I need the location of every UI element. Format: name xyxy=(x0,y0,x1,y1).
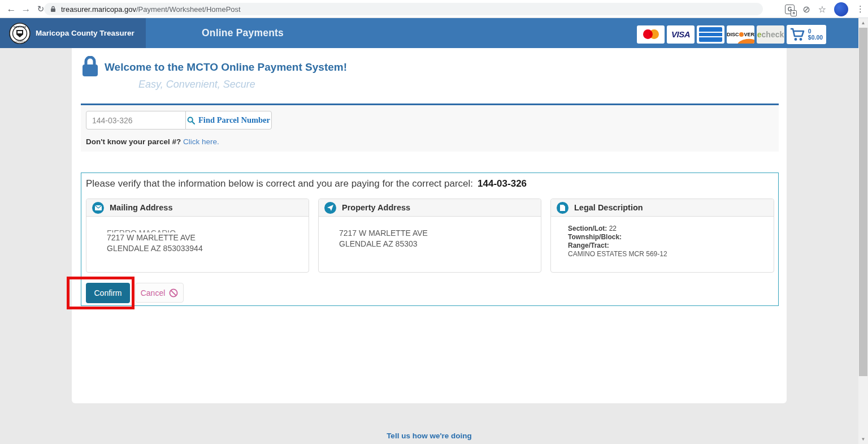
url-domain: treasurer.maricopa.gov xyxy=(61,5,136,14)
property-address-card: Property Address 7217 W MARLETTE AVE GLE… xyxy=(318,199,541,273)
mailing-address-title: Mailing Address xyxy=(110,203,172,212)
svg-text:MARICOPA: MARICOPA xyxy=(14,25,26,28)
profile-avatar[interactable] xyxy=(834,2,848,16)
screen: ← → ↻ treasurer.maricopa.gov/Payment/Wor… xyxy=(0,0,868,444)
send-icon xyxy=(324,202,336,214)
discover-orange-o xyxy=(739,32,744,37)
legal-section-value: 22 xyxy=(609,225,617,232)
scrollbar-thumb[interactable] xyxy=(859,28,867,376)
cancel-prohibit-icon xyxy=(169,288,178,298)
verify-heading: Please verify that the information below… xyxy=(86,178,527,189)
legal-description-text: CAMINO ESTATES MCR 569-12 xyxy=(568,250,768,258)
forward-icon[interactable]: → xyxy=(19,2,33,16)
property-address-header: Property Address xyxy=(319,199,541,217)
property-address-title: Property Address xyxy=(342,203,410,212)
mailing-address-card: Mailing Address FIERRO MACARIO 7217 W MA… xyxy=(86,199,309,273)
translate-icon[interactable]: G xyxy=(785,5,795,14)
echeck-text: echeck xyxy=(757,30,784,39)
search-icon xyxy=(187,117,195,124)
mastercard-icon xyxy=(637,25,665,44)
feedback-link[interactable]: Tell us how we're doing xyxy=(0,432,858,440)
legal-section-label: Section/Lot: xyxy=(568,225,607,232)
verify-panel: Please verify that the information below… xyxy=(81,173,779,306)
welcome-subtitle: Easy, Convenient, Secure xyxy=(138,79,255,90)
parcel-help-text: Don't know your parcel #? xyxy=(86,137,181,146)
cancel-label: Cancel xyxy=(141,288,166,298)
mastercard-orange-circle xyxy=(649,29,659,39)
welcome-title: Welcome to the MCTO Online Payment Syste… xyxy=(105,61,347,74)
echeck-e: e xyxy=(757,30,762,39)
confirm-button[interactable]: Confirm xyxy=(86,283,130,303)
find-parcel-label: Find Parcel Number xyxy=(198,115,270,125)
legal-description-title: Legal Description xyxy=(574,203,643,212)
visa-icon: VISA xyxy=(667,25,695,44)
legal-range-label: Range/Tract: xyxy=(568,242,609,249)
mailing-line1: 7217 W MARLETTE AVE xyxy=(107,232,303,243)
cancel-button[interactable]: Cancel xyxy=(135,283,184,303)
welcome-lock-icon xyxy=(82,56,98,77)
cart-button[interactable]: 0 $0.00 xyxy=(787,25,826,44)
cart-summary: 0 $0.00 xyxy=(808,28,823,41)
lock-icon xyxy=(50,6,57,12)
mailing-line2: GLENDALE AZ 853033944 xyxy=(107,243,303,254)
mailing-address-body: FIERRO MACARIO 7217 W MARLETTE AVE GLEND… xyxy=(86,217,309,254)
discover-text-right: VER xyxy=(744,32,755,37)
url-path: /Payment/Worksheet/HomePost xyxy=(136,5,241,14)
legal-township-label: Township/Block: xyxy=(568,233,622,241)
property-line1: 7217 W MARLETTE AVE xyxy=(339,228,535,239)
legal-description-body: Section/Lot: 22 Township/Block: Range/Tr… xyxy=(551,217,774,258)
echeck-icon: echeck xyxy=(757,25,784,44)
chrome-actions: G ⊘ ☆ ⋮ xyxy=(785,2,865,16)
verify-heading-text: Please verify that the information below… xyxy=(86,178,473,189)
brand-name: Maricopa County Treasurer xyxy=(36,29,134,37)
visa-text: VISA xyxy=(671,29,690,39)
mailing-name-obscured: FIERRO MACARIO xyxy=(107,228,303,232)
scrollbar-down-arrow[interactable]: ▼ xyxy=(858,435,868,443)
scrollbar-up-arrow[interactable]: ▲ xyxy=(858,19,868,27)
page-title: Online Payments xyxy=(202,18,284,48)
echeck-rest: check xyxy=(762,30,784,39)
legal-township-row: Township/Block: xyxy=(568,233,768,242)
payment-methods: VISA DISCVER echeck 0 $0.00 xyxy=(637,25,826,44)
bookmark-star-icon[interactable]: ☆ xyxy=(818,4,826,15)
parcel-help-link[interactable]: Click here. xyxy=(183,137,219,146)
county-seal-logo: MARICOPA COUNTY xyxy=(9,23,31,44)
mailing-address-header: Mailing Address xyxy=(86,199,309,217)
parcel-number-input[interactable] xyxy=(86,111,186,130)
discover-text-left: DISC xyxy=(727,32,739,37)
brand-block[interactable]: MARICOPA COUNTY Maricopa County Treasure… xyxy=(0,18,146,48)
legal-description-header: Legal Description xyxy=(551,199,774,217)
find-parcel-button[interactable]: Find Parcel Number xyxy=(185,111,272,130)
url-bar[interactable]: treasurer.maricopa.gov/Payment/Worksheet… xyxy=(44,3,763,15)
cart-count: 0 xyxy=(808,28,823,35)
property-line2: GLENDALE AZ 85303 xyxy=(339,239,535,249)
app-header: MARICOPA COUNTY Maricopa County Treasure… xyxy=(0,18,868,48)
discover-swoosh xyxy=(737,37,754,43)
parcel-search-panel: Find Parcel Number Don't know your parce… xyxy=(81,104,779,152)
discover-icon: DISCVER xyxy=(727,25,754,44)
menu-dots-icon[interactable]: ⋮ xyxy=(856,4,865,14)
url-text: treasurer.maricopa.gov/Payment/Worksheet… xyxy=(61,5,241,14)
amex-card-graphic xyxy=(699,27,722,42)
legal-section-row: Section/Lot: 22 xyxy=(568,225,768,233)
back-icon[interactable]: ← xyxy=(5,2,18,16)
discover-text: DISCVER xyxy=(727,32,754,37)
page-scrollbar[interactable]: ▲ ▼ xyxy=(858,18,868,444)
document-icon xyxy=(557,202,568,214)
zoom-out-icon[interactable]: ⊘ xyxy=(802,4,810,15)
parcel-help: Don't know your parcel #? Click here. xyxy=(86,137,219,146)
legal-description-card: Legal Description Section/Lot: 22 Townsh… xyxy=(550,199,774,273)
browser-chrome: ← → ↻ treasurer.maricopa.gov/Payment/Wor… xyxy=(0,0,868,18)
envelope-icon xyxy=(92,202,104,214)
property-address-body: 7217 W MARLETTE AVE GLENDALE AZ 85303 xyxy=(319,217,541,249)
amex-icon xyxy=(697,25,724,44)
legal-range-row: Range/Tract: xyxy=(568,242,768,250)
verify-parcel-number: 144-03-326 xyxy=(478,178,527,189)
cart-icon xyxy=(790,28,805,41)
cart-total: $0.00 xyxy=(808,35,823,41)
svg-text:COUNTY: COUNTY xyxy=(15,40,25,42)
